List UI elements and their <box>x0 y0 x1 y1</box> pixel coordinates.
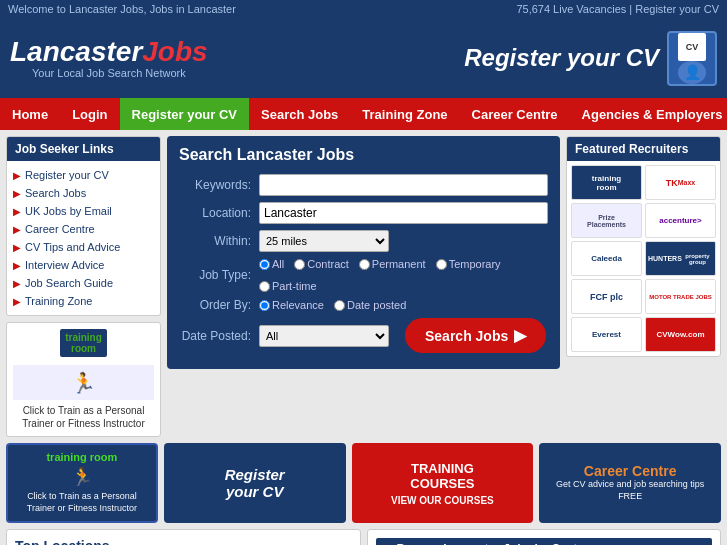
header: LancasterJobs Your Local Job Search Netw… <box>0 18 727 98</box>
recruiters-grid: trainingroom TKMaxx PrizePlacements acce… <box>567 161 720 356</box>
arrow-icon: ▶ <box>13 188 21 199</box>
jobtype-all[interactable]: All <box>259 258 284 270</box>
nav-agencies[interactable]: Agencies & Employers <box>570 98 727 130</box>
main-content: Job Seeker Links ▶Register your CV ▶Sear… <box>0 130 727 443</box>
banner-career-centre[interactable]: Career Centre Get CV advice and job sear… <box>539 443 721 523</box>
top-bar: Welcome to Lancaster Jobs, Jobs in Lanca… <box>0 0 727 18</box>
bottom-row: Top Locations Here is a list of the curr… <box>6 529 721 545</box>
logo-lancaster: Lancaster <box>10 36 142 67</box>
arrow-icon: ▶ <box>13 278 21 289</box>
training-icon: 🏃 <box>71 466 93 488</box>
sidebar-link-ukjobs[interactable]: ▶UK Jobs by Email <box>11 202 156 220</box>
job-seeker-links-box: Job Seeker Links ▶Register your CV ▶Sear… <box>6 136 161 316</box>
jobtype-row: Job Type: All Contract Permanent Tempora… <box>179 258 548 292</box>
arrow-icon: ▶ <box>13 296 21 307</box>
vacancies-text: 75,674 Live Vacancies | Register your CV <box>516 3 719 15</box>
right-sidebar: Featured Recruiters trainingroom TKMaxx … <box>566 136 721 437</box>
locations-box: Top Locations Here is a list of the curr… <box>6 529 361 545</box>
promo-logo: trainingroom <box>60 329 107 357</box>
search-title: Search Lancaster Jobs <box>179 146 548 164</box>
sidebar-promo[interactable]: trainingroom 🏃 Click to Train as a Perso… <box>6 322 161 437</box>
orderby-date[interactable]: Date posted <box>334 299 406 311</box>
nav-login[interactable]: Login <box>60 98 119 130</box>
location-input[interactable] <box>259 202 548 224</box>
locations-title: Top Locations <box>15 538 352 545</box>
recruiter-training-room[interactable]: trainingroom <box>571 165 642 200</box>
sidebar-title: Job Seeker Links <box>7 137 160 161</box>
recruiter-hunters[interactable]: HUNTERSproperty group <box>645 241 716 276</box>
location-row: Location: <box>179 202 548 224</box>
recruiter-prize-placements[interactable]: PrizePlacements <box>571 203 642 238</box>
banner-training-logo: training room <box>46 451 117 463</box>
sidebar-links-list: ▶Register your CV ▶Search Jobs ▶UK Jobs … <box>7 161 160 315</box>
sidebar-link-guide[interactable]: ▶Job Search Guide <box>11 274 156 292</box>
nav-home[interactable]: Home <box>0 98 60 130</box>
banner-register-text: Registeryour CV <box>225 466 285 500</box>
arrow-icon: ▶ <box>13 260 21 271</box>
welcome-text: Welcome to Lancaster Jobs, Jobs in Lanca… <box>8 3 236 15</box>
jobtype-temporary[interactable]: Temporary <box>436 258 501 270</box>
recruiter-cvwow[interactable]: CVWow.com <box>645 317 716 352</box>
dateposted-row: Date Posted: All Last 24 hours Last 3 da… <box>179 318 548 353</box>
nav-register-cv[interactable]: Register your CV <box>120 98 249 130</box>
banner-register-cv[interactable]: Registeryour CV <box>164 443 346 523</box>
jobtype-permanent[interactable]: Permanent <box>359 258 426 270</box>
arrow-icon: ▶ <box>13 242 21 253</box>
sidebar-link-register[interactable]: ▶Register your CV <box>11 166 156 184</box>
register-cv-header-text: Register your CV <box>464 45 659 71</box>
within-label: Within: <box>179 234 259 248</box>
featured-title: Featured Recruiters <box>567 137 720 161</box>
orderby-label: Order By: <box>179 298 259 312</box>
banner-courses-title: TRAININGCOURSES <box>410 461 474 491</box>
arrow-icon: ▶ <box>13 224 21 235</box>
keywords-input[interactable] <box>259 174 548 196</box>
dateposted-select[interactable]: All Last 24 hours Last 3 days Last 7 day… <box>259 325 389 347</box>
recruiter-everest[interactable]: Everest <box>571 317 642 352</box>
recruiter-fcf[interactable]: FCF plc <box>571 279 642 314</box>
logo[interactable]: LancasterJobs Your Local Job Search Netw… <box>10 37 208 80</box>
recruiter-caleeda[interactable]: Caleeda <box>571 241 642 276</box>
nav: Home Login Register your CV Search Jobs … <box>0 98 727 130</box>
jobtype-parttime[interactable]: Part-time <box>259 280 317 292</box>
promo-image: 🏃 <box>13 365 154 400</box>
jobtype-label: Job Type: <box>179 268 259 282</box>
sidebar-link-cvtips[interactable]: ▶CV Tips and Advice <box>11 238 156 256</box>
promo-text: Click to Train as a Personal Trainer or … <box>13 404 154 430</box>
featured-recruiters-box: Featured Recruiters trainingroom TKMaxx … <box>566 136 721 357</box>
keywords-label: Keywords: <box>179 178 259 192</box>
cv-icon: CV 👤 <box>667 31 717 86</box>
logo-sub: Your Local Job Search Network <box>10 67 208 79</box>
sidebar-link-career[interactable]: ▶Career Centre <box>11 220 156 238</box>
sidebar-link-training[interactable]: ▶Training Zone <box>11 292 156 310</box>
orderby-relevance[interactable]: Relevance <box>259 299 324 311</box>
sidebar-link-search[interactable]: ▶Search Jobs <box>11 184 156 202</box>
orderby-row: Order By: Relevance Date posted <box>179 298 548 312</box>
left-sidebar: Job Seeker Links ▶Register your CV ▶Sear… <box>6 136 161 437</box>
location-label: Location: <box>179 206 259 220</box>
within-select[interactable]: 25 miles 5 miles 10 miles 15 miles 50 mi… <box>259 230 389 252</box>
search-button-arrow: ▶ <box>514 326 526 345</box>
dateposted-label: Date Posted: <box>179 329 259 343</box>
nav-training-zone[interactable]: Training Zone <box>350 98 459 130</box>
jobtype-contract[interactable]: Contract <box>294 258 349 270</box>
banner-training-text: Click to Train as a Personal Trainer or … <box>14 491 150 514</box>
banner-training[interactable]: training room 🏃 Click to Train as a Pers… <box>6 443 158 523</box>
banner-courses[interactable]: TRAININGCOURSES VIEW OUR COURSES <box>352 443 534 523</box>
nav-career-centre[interactable]: Career Centre <box>460 98 570 130</box>
banner-career-text: Get CV advice and job searching tips FRE… <box>545 479 715 502</box>
keywords-row: Keywords: <box>179 174 548 196</box>
recruiter-tkmaxx[interactable]: TKMaxx <box>645 165 716 200</box>
center-content: Search Lancaster Jobs Keywords: Location… <box>167 136 560 437</box>
nav-search-jobs[interactable]: Search Jobs <box>249 98 350 130</box>
banner-courses-sub: VIEW OUR COURSES <box>391 495 494 506</box>
logo-jobs: Jobs <box>142 36 207 67</box>
register-cv-banner[interactable]: Register your CV CV 👤 <box>464 31 717 86</box>
banner-row: training room 🏃 Click to Train as a Pers… <box>6 443 721 523</box>
jobtype-options: All Contract Permanent Temporary Part-ti… <box>259 258 548 292</box>
sidebar-link-interview[interactable]: ▶Interview Advice <box>11 256 156 274</box>
search-button[interactable]: Search Jobs ▶ <box>405 318 546 353</box>
sector-title: ▶ Browse Lancaster Jobs by Sector <box>376 538 713 545</box>
arrow-icon: ▶ <box>13 206 21 217</box>
recruiter-motor-trade[interactable]: MOTOR TRADE JOBS <box>645 279 716 314</box>
recruiter-accenture[interactable]: accenture> <box>645 203 716 238</box>
